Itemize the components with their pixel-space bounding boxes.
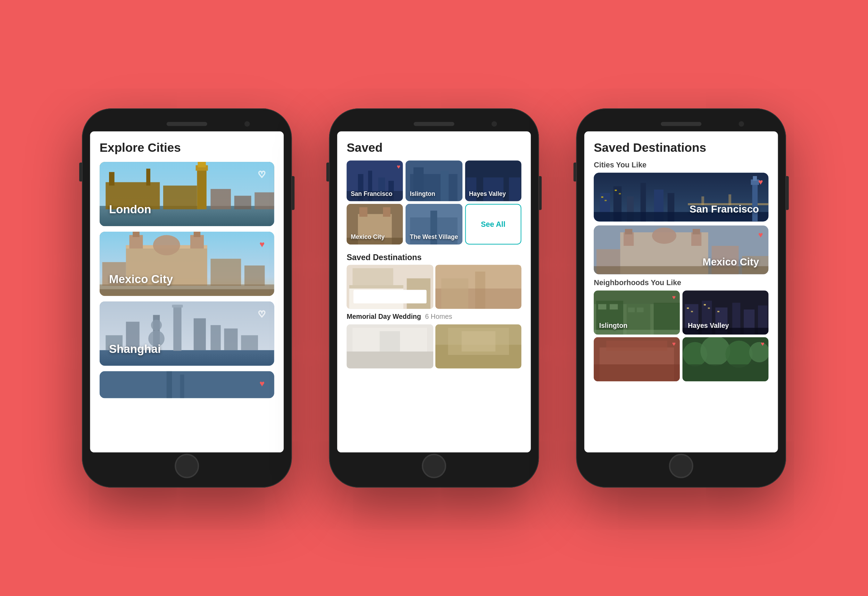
- svg-rect-24: [100, 289, 274, 296]
- svg-rect-18: [194, 232, 201, 237]
- home-button-1[interactable]: [175, 454, 199, 478]
- saved-screen: Saved San Francisco: [337, 131, 531, 372]
- sf-heart: ♥: [397, 163, 400, 170]
- saved-west-village[interactable]: The West Village: [406, 204, 462, 244]
- home-button-2[interactable]: [422, 454, 446, 478]
- phone-1: Explore Cities: [82, 108, 292, 488]
- london-label: London: [109, 203, 151, 217]
- mexico-dest-label: Mexico City: [703, 256, 759, 268]
- svg-rect-27: [173, 305, 181, 351]
- svg-rect-8: [198, 162, 205, 167]
- svg-rect-102: [625, 229, 632, 234]
- saved-sf[interactable]: San Francisco ♥: [347, 160, 403, 201]
- speaker-grille-3: [661, 122, 701, 126]
- phone-3: Saved Destinations Cities You Like: [576, 108, 787, 488]
- mexico-dest-heart: ♥: [758, 230, 763, 240]
- svg-rect-64: [349, 285, 403, 309]
- svg-rect-10: [234, 196, 251, 209]
- phone-2: Saved San Francisco: [329, 108, 539, 488]
- svg-rect-57: [359, 207, 368, 217]
- camera-dot-3: [739, 121, 744, 127]
- bottom-right-neighborhood[interactable]: ♥: [683, 337, 769, 382]
- neighborhoods-grid: Islington ♥: [594, 291, 768, 382]
- bedroom-photo: [347, 265, 433, 309]
- home-button-3[interactable]: [669, 454, 693, 478]
- city4-card[interactable]: ♥: [100, 371, 274, 398]
- sf-dest-label: San Francisco: [689, 203, 759, 214]
- sf-dest-heart: ♥: [758, 177, 763, 187]
- see-all-text: See All: [481, 220, 505, 228]
- london-heart[interactable]: ♡: [255, 167, 269, 181]
- svg-rect-21: [244, 265, 265, 286]
- svg-point-140: [725, 341, 752, 368]
- phone-2-screen: Saved San Francisco: [337, 131, 531, 452]
- svg-rect-119: [594, 330, 680, 335]
- svg-rect-6: [197, 165, 207, 209]
- islington-nb-label: Islington: [599, 322, 627, 330]
- see-all-card[interactable]: See All: [465, 204, 521, 244]
- saved-hayes[interactable]: Hayes Valley: [465, 160, 521, 201]
- city4-heart[interactable]: ♥: [255, 377, 269, 390]
- svg-rect-9: [211, 189, 231, 209]
- svg-rect-128: [691, 311, 693, 312]
- svg-rect-33: [194, 318, 206, 351]
- svg-rect-67: [353, 268, 393, 285]
- explore-cities-title: Explore Cities: [90, 131, 283, 162]
- saved-mexico2[interactable]: Mexico City: [347, 204, 403, 244]
- svg-rect-96: [752, 183, 758, 222]
- svg-rect-38: [100, 371, 274, 398]
- attic-photo: [435, 265, 521, 309]
- bottom-left-heart: ♥: [672, 341, 676, 348]
- svg-rect-89: [604, 200, 607, 201]
- west-village-label: The West Village: [410, 234, 458, 241]
- svg-point-139: [700, 337, 730, 366]
- islington-nb-heart: ♥: [672, 294, 676, 301]
- shanghai-heart[interactable]: ♡: [255, 307, 269, 320]
- collection-count: 6 Homes: [425, 313, 452, 320]
- speaker-grille: [167, 122, 207, 126]
- room2-photo: [435, 324, 521, 368]
- mexico-city-label: Mexico City: [109, 273, 173, 287]
- svg-rect-115: [598, 304, 606, 310]
- camera-dot: [244, 121, 250, 127]
- hayes-neighborhood[interactable]: Hayes Valley: [683, 291, 769, 335]
- saved-destinations-label: Saved Destinations: [337, 247, 531, 265]
- islington-neighborhood[interactable]: Islington ♥: [594, 291, 680, 335]
- svg-rect-142: [683, 364, 769, 382]
- svg-rect-4: [146, 169, 151, 186]
- svg-point-19: [153, 235, 180, 256]
- phone-1-bottom: [90, 453, 283, 480]
- mexico-city-card[interactable]: Mexico City ♥: [100, 232, 274, 296]
- hayes-nb-label: Hayes Valley: [688, 322, 729, 330]
- phone-3-top-bar: [585, 116, 778, 131]
- svg-rect-98: [753, 176, 757, 181]
- bottom-left-neighborhood[interactable]: ♥: [594, 337, 680, 382]
- svg-rect-5: [163, 185, 197, 209]
- city4-bg: [100, 371, 274, 398]
- saved-islington[interactable]: Islington: [406, 160, 462, 201]
- svg-point-30: [151, 319, 162, 330]
- mexico-dest-card[interactable]: Mexico City ♥: [594, 225, 768, 274]
- svg-rect-127: [687, 308, 689, 309]
- camera-dot-2: [492, 121, 497, 127]
- svg-rect-91: [619, 193, 621, 195]
- speaker-grille-2: [414, 122, 455, 126]
- london-card[interactable]: London ♡: [100, 162, 274, 226]
- svg-rect-40: [180, 374, 185, 398]
- shanghai-label: Shanghai: [109, 343, 161, 356]
- svg-rect-90: [615, 190, 617, 191]
- shanghai-card[interactable]: Shanghai ♡: [100, 302, 274, 366]
- svg-rect-74: [347, 352, 433, 368]
- saved-destinations-screen: Saved Destinations Cities You Like: [585, 131, 778, 385]
- svg-rect-80: [461, 331, 495, 352]
- mexico-heart[interactable]: ♥: [255, 237, 269, 251]
- saved-title: Saved: [337, 131, 531, 160]
- svg-rect-117: [628, 308, 635, 312]
- kitchen-photo: [347, 324, 433, 368]
- sf-dest-card[interactable]: San Francisco ♥: [594, 173, 768, 221]
- svg-rect-136: [594, 364, 680, 382]
- dest-meta-1: Memorial Day Wedding 6 Homes: [337, 313, 531, 324]
- svg-rect-16: [133, 232, 140, 237]
- svg-rect-66: [407, 278, 431, 309]
- islington-label: Islington: [410, 190, 435, 198]
